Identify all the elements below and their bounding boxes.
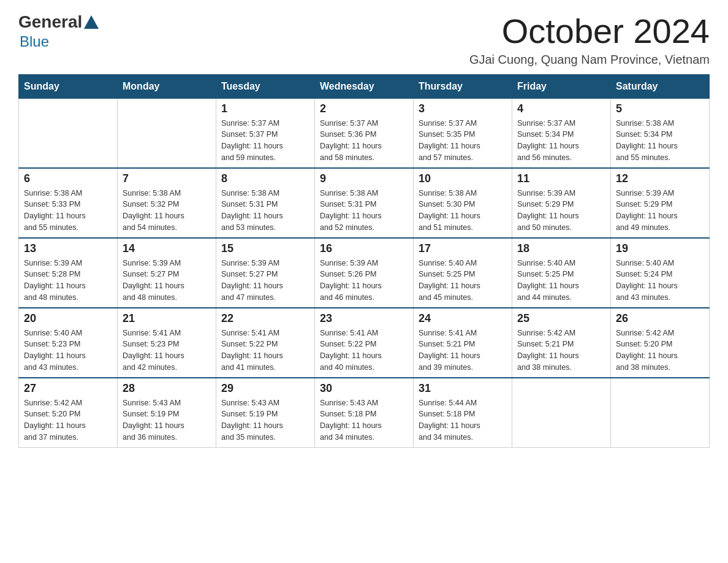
logo: General Blue (18, 12, 100, 50)
day-info: Sunrise: 5:39 AMSunset: 5:27 PMDaylight:… (221, 258, 309, 304)
calendar-cell: 21Sunrise: 5:41 AMSunset: 5:23 PMDayligh… (118, 308, 216, 378)
day-info: Sunrise: 5:37 AMSunset: 5:37 PMDaylight:… (221, 118, 309, 164)
column-header-thursday: Thursday (414, 74, 512, 98)
column-header-friday: Friday (512, 74, 611, 98)
day-number: 15 (221, 242, 309, 255)
day-number: 1 (221, 102, 309, 115)
day-number: 11 (517, 172, 605, 185)
day-info: Sunrise: 5:42 AMSunset: 5:21 PMDaylight:… (517, 327, 605, 373)
day-number: 12 (616, 172, 704, 185)
day-info: Sunrise: 5:40 AMSunset: 5:25 PMDaylight:… (517, 258, 605, 304)
calendar-cell (118, 98, 216, 168)
day-info: Sunrise: 5:40 AMSunset: 5:24 PMDaylight:… (616, 258, 704, 304)
day-number: 2 (320, 102, 408, 115)
day-number: 17 (419, 242, 507, 255)
day-info: Sunrise: 5:40 AMSunset: 5:23 PMDaylight:… (24, 327, 112, 373)
day-number: 13 (24, 242, 112, 255)
day-number: 31 (419, 382, 507, 395)
calendar-cell: 23Sunrise: 5:41 AMSunset: 5:22 PMDayligh… (315, 308, 414, 378)
calendar-cell: 4Sunrise: 5:37 AMSunset: 5:34 PMDaylight… (512, 98, 611, 168)
day-info: Sunrise: 5:43 AMSunset: 5:19 PMDaylight:… (221, 397, 309, 443)
day-number: 6 (24, 172, 112, 185)
logo-blue-text: Blue (20, 33, 49, 50)
calendar-week-row: 1Sunrise: 5:37 AMSunset: 5:37 PMDaylight… (19, 98, 710, 168)
day-info: Sunrise: 5:40 AMSunset: 5:25 PMDaylight:… (419, 258, 507, 304)
calendar-week-row: 13Sunrise: 5:39 AMSunset: 5:28 PMDayligh… (19, 238, 710, 308)
day-number: 3 (419, 102, 507, 115)
calendar-cell: 1Sunrise: 5:37 AMSunset: 5:37 PMDaylight… (216, 98, 315, 168)
calendar-cell: 11Sunrise: 5:39 AMSunset: 5:29 PMDayligh… (512, 168, 611, 238)
day-number: 21 (123, 312, 211, 325)
day-number: 23 (320, 312, 408, 325)
calendar-cell (19, 98, 118, 168)
day-info: Sunrise: 5:38 AMSunset: 5:34 PMDaylight:… (616, 118, 704, 164)
day-number: 22 (221, 312, 309, 325)
page-title: October 2024 (469, 12, 710, 50)
calendar-cell: 26Sunrise: 5:42 AMSunset: 5:20 PMDayligh… (611, 308, 710, 378)
day-number: 29 (221, 382, 309, 395)
day-info: Sunrise: 5:38 AMSunset: 5:31 PMDaylight:… (320, 188, 408, 234)
day-number: 25 (517, 312, 605, 325)
day-number: 18 (517, 242, 605, 255)
column-header-wednesday: Wednesday (315, 74, 414, 98)
day-number: 7 (123, 172, 211, 185)
day-number: 9 (320, 172, 408, 185)
day-info: Sunrise: 5:38 AMSunset: 5:31 PMDaylight:… (221, 188, 309, 234)
day-number: 10 (419, 172, 507, 185)
calendar-week-row: 6Sunrise: 5:38 AMSunset: 5:33 PMDaylight… (19, 168, 710, 238)
calendar-cell: 30Sunrise: 5:43 AMSunset: 5:18 PMDayligh… (315, 378, 414, 448)
day-info: Sunrise: 5:43 AMSunset: 5:19 PMDaylight:… (123, 397, 211, 443)
calendar-cell: 6Sunrise: 5:38 AMSunset: 5:33 PMDaylight… (19, 168, 118, 238)
calendar-cell: 15Sunrise: 5:39 AMSunset: 5:27 PMDayligh… (216, 238, 315, 308)
calendar-cell: 17Sunrise: 5:40 AMSunset: 5:25 PMDayligh… (414, 238, 512, 308)
calendar-cell (512, 378, 611, 448)
day-info: Sunrise: 5:39 AMSunset: 5:26 PMDaylight:… (320, 258, 408, 304)
day-info: Sunrise: 5:39 AMSunset: 5:28 PMDaylight:… (24, 258, 112, 304)
calendar-cell: 14Sunrise: 5:39 AMSunset: 5:27 PMDayligh… (118, 238, 216, 308)
calendar-cell: 28Sunrise: 5:43 AMSunset: 5:19 PMDayligh… (118, 378, 216, 448)
day-number: 4 (517, 102, 605, 115)
day-number: 30 (320, 382, 408, 395)
day-number: 8 (221, 172, 309, 185)
day-info: Sunrise: 5:38 AMSunset: 5:32 PMDaylight:… (123, 188, 211, 234)
calendar-cell: 19Sunrise: 5:40 AMSunset: 5:24 PMDayligh… (611, 238, 710, 308)
column-header-saturday: Saturday (611, 74, 710, 98)
calendar-week-row: 20Sunrise: 5:40 AMSunset: 5:23 PMDayligh… (19, 308, 710, 378)
day-info: Sunrise: 5:37 AMSunset: 5:34 PMDaylight:… (517, 118, 605, 164)
day-info: Sunrise: 5:38 AMSunset: 5:30 PMDaylight:… (419, 188, 507, 234)
calendar-week-row: 27Sunrise: 5:42 AMSunset: 5:20 PMDayligh… (19, 378, 710, 448)
day-number: 24 (419, 312, 507, 325)
calendar-cell: 25Sunrise: 5:42 AMSunset: 5:21 PMDayligh… (512, 308, 611, 378)
day-number: 27 (24, 382, 112, 395)
calendar-cell: 18Sunrise: 5:40 AMSunset: 5:25 PMDayligh… (512, 238, 611, 308)
day-info: Sunrise: 5:42 AMSunset: 5:20 PMDaylight:… (24, 397, 112, 443)
day-number: 20 (24, 312, 112, 325)
calendar-cell: 9Sunrise: 5:38 AMSunset: 5:31 PMDaylight… (315, 168, 414, 238)
calendar-cell: 31Sunrise: 5:44 AMSunset: 5:18 PMDayligh… (414, 378, 512, 448)
logo-triangle-icon (84, 15, 99, 29)
column-header-monday: Monday (118, 74, 216, 98)
calendar-cell: 2Sunrise: 5:37 AMSunset: 5:36 PMDaylight… (315, 98, 414, 168)
calendar-cell: 16Sunrise: 5:39 AMSunset: 5:26 PMDayligh… (315, 238, 414, 308)
day-number: 5 (616, 102, 704, 115)
day-info: Sunrise: 5:41 AMSunset: 5:22 PMDaylight:… (221, 327, 309, 373)
calendar-cell: 10Sunrise: 5:38 AMSunset: 5:30 PMDayligh… (414, 168, 512, 238)
day-number: 28 (123, 382, 211, 395)
day-info: Sunrise: 5:39 AMSunset: 5:27 PMDaylight:… (123, 258, 211, 304)
day-info: Sunrise: 5:39 AMSunset: 5:29 PMDaylight:… (517, 188, 605, 234)
day-info: Sunrise: 5:41 AMSunset: 5:23 PMDaylight:… (123, 327, 211, 373)
day-info: Sunrise: 5:41 AMSunset: 5:21 PMDaylight:… (419, 327, 507, 373)
calendar-header-row: SundayMondayTuesdayWednesdayThursdayFrid… (19, 74, 710, 98)
column-header-sunday: Sunday (19, 74, 118, 98)
calendar-cell: 13Sunrise: 5:39 AMSunset: 5:28 PMDayligh… (19, 238, 118, 308)
day-number: 16 (320, 242, 408, 255)
calendar-cell: 7Sunrise: 5:38 AMSunset: 5:32 PMDaylight… (118, 168, 216, 238)
day-info: Sunrise: 5:44 AMSunset: 5:18 PMDaylight:… (419, 397, 507, 443)
day-info: Sunrise: 5:42 AMSunset: 5:20 PMDaylight:… (616, 327, 704, 373)
calendar-cell: 24Sunrise: 5:41 AMSunset: 5:21 PMDayligh… (414, 308, 512, 378)
calendar-cell: 3Sunrise: 5:37 AMSunset: 5:35 PMDaylight… (414, 98, 512, 168)
day-info: Sunrise: 5:41 AMSunset: 5:22 PMDaylight:… (320, 327, 408, 373)
day-info: Sunrise: 5:39 AMSunset: 5:29 PMDaylight:… (616, 188, 704, 234)
calendar-cell (611, 378, 710, 448)
calendar-cell: 12Sunrise: 5:39 AMSunset: 5:29 PMDayligh… (611, 168, 710, 238)
